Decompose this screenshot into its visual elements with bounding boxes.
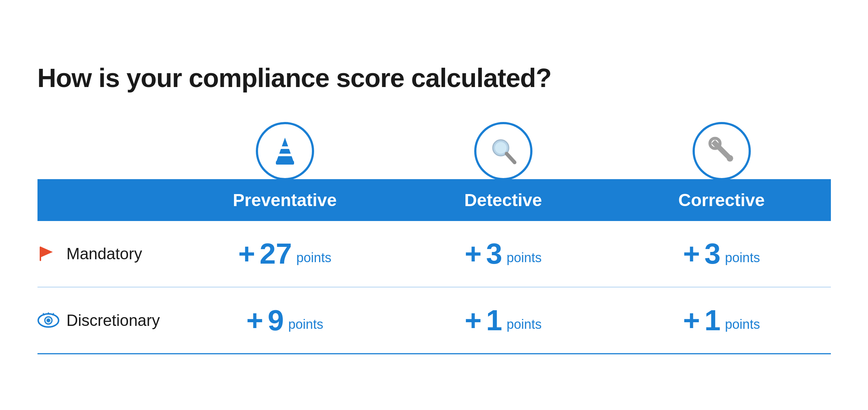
blue-bar: Preventative Detective Corrective	[37, 179, 831, 221]
header-row	[37, 122, 831, 179]
wrench-icon	[705, 135, 738, 167]
svg-line-18	[53, 314, 53, 315]
detective-label: Detective	[394, 190, 613, 210]
svg-marker-0	[277, 138, 293, 161]
svg-rect-12	[40, 247, 41, 261]
corrective-column	[613, 122, 831, 179]
discretionary-detective-value: + 1 points	[394, 306, 613, 335]
preventative-label: Preventative	[176, 190, 394, 210]
page-title: How is your compliance score calculated?	[37, 63, 831, 93]
svg-marker-11	[40, 247, 53, 257]
discretionary-row: Discretionary + 9 points + 1 points + 1 …	[37, 288, 831, 354]
discretionary-text: Discretionary	[67, 311, 160, 330]
svg-rect-2	[279, 146, 291, 149]
disc-cor-suffix: points	[725, 317, 760, 335]
content-area: Preventative Detective Corrective Mandat…	[37, 122, 831, 354]
preventative-icon-circle	[256, 122, 314, 180]
mandatory-prev-suffix: points	[296, 250, 331, 268]
detective-icon-circle	[474, 122, 532, 180]
svg-point-15	[47, 319, 50, 322]
mandatory-preventative-value: + 27 points	[176, 239, 394, 268]
detective-column	[394, 122, 613, 179]
corrective-icon-circle	[693, 122, 751, 180]
svg-line-17	[43, 314, 44, 315]
disc-prev-suffix: points	[288, 317, 323, 335]
mandatory-row: Mandatory + 27 points + 3 points + 3 poi…	[37, 221, 831, 288]
preventative-column	[176, 122, 394, 179]
cone-icon	[269, 135, 301, 167]
mandatory-cor-plus: +	[683, 239, 700, 268]
mandatory-detective-value: + 3 points	[394, 239, 613, 268]
mandatory-det-plus: +	[465, 239, 482, 268]
disc-prev-plus: +	[246, 306, 263, 335]
disc-cor-plus: +	[683, 306, 700, 335]
eye-icon	[37, 312, 59, 329]
flag-icon	[37, 245, 56, 263]
mandatory-det-suffix: points	[507, 250, 542, 268]
mandatory-label: Mandatory	[37, 245, 176, 263]
flag-icon-wrap	[37, 245, 59, 263]
corrective-label: Corrective	[613, 190, 831, 210]
mandatory-cor-suffix: points	[725, 250, 760, 268]
svg-point-5	[495, 142, 507, 154]
page-container: How is your compliance score calculated?	[16, 41, 853, 369]
svg-rect-1	[276, 161, 294, 165]
discretionary-preventative-value: + 9 points	[176, 306, 394, 335]
bar-empty-cell	[37, 190, 176, 210]
svg-rect-3	[277, 154, 293, 156]
discretionary-label: Discretionary	[37, 311, 176, 330]
svg-line-6	[507, 154, 515, 162]
disc-cor-num: 1	[705, 306, 721, 335]
mandatory-prev-num: 27	[259, 239, 292, 268]
mandatory-prev-plus: +	[238, 239, 255, 268]
discretionary-corrective-value: + 1 points	[613, 306, 831, 335]
mandatory-cor-num: 3	[705, 239, 721, 268]
mandatory-det-num: 3	[486, 239, 503, 268]
mandatory-text: Mandatory	[67, 245, 142, 263]
disc-det-num: 1	[486, 306, 503, 335]
eye-icon-wrap	[37, 312, 59, 329]
magnifier-icon	[487, 135, 520, 167]
disc-det-plus: +	[465, 306, 482, 335]
disc-prev-num: 9	[268, 306, 284, 335]
mandatory-corrective-value: + 3 points	[613, 239, 831, 268]
disc-det-suffix: points	[507, 317, 542, 335]
